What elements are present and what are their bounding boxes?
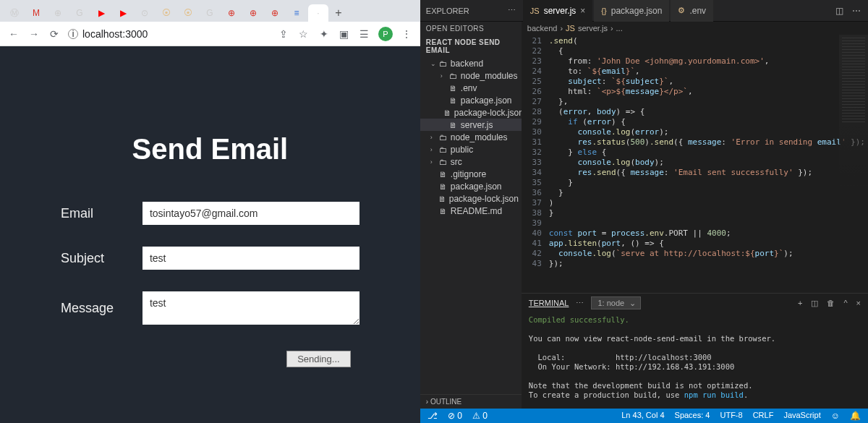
terminal-tab[interactable]: TERMINAL	[529, 299, 569, 307]
line-gutter: 21 22 23 24 25 26 27 28 29 30 31 32 33 3…	[522, 35, 546, 293]
address-bar: ← → ⟳ i localhost:3000 ⇪ ☆ ✦ ▣ ☰ P ⋮	[0, 22, 420, 46]
file-item[interactable]: 🗎server.js	[420, 119, 522, 131]
url-text: localhost:3000	[82, 28, 148, 40]
trash-icon[interactable]: 🗑	[827, 299, 835, 308]
browser-tab[interactable]: Ⓜ	[4, 4, 25, 22]
editor-tab-server[interactable]: JS server.js ×	[523, 0, 593, 22]
split-editor-icon[interactable]: ◫	[835, 6, 843, 16]
language-mode[interactable]: JavaScript	[783, 411, 820, 421]
folder-item[interactable]: ›🗀public	[420, 143, 522, 155]
submit-button[interactable]: Sending...	[286, 351, 351, 367]
new-terminal-icon[interactable]: +	[798, 299, 802, 308]
editor-tab-env[interactable]: ⚙ .env	[671, 0, 713, 22]
email-label: Email	[61, 206, 129, 221]
split-terminal-icon[interactable]: ◫	[811, 299, 818, 308]
reading-list-icon[interactable]: ☰	[358, 28, 371, 40]
browser-tab[interactable]: M	[26, 4, 46, 22]
reload-icon[interactable]: ⟳	[48, 28, 61, 40]
browser-tab[interactable]: ⊕	[265, 4, 285, 22]
browser-tab[interactable]: ▶	[113, 4, 133, 22]
site-info-icon[interactable]: i	[68, 29, 78, 39]
code-editor[interactable]: .send( { from: 'John Doe <john@mg.yourdo…	[546, 35, 868, 293]
more-icon[interactable]: ⋯	[508, 6, 516, 15]
editor-tab-package[interactable]: {} package.json	[594, 0, 669, 22]
menu-icon[interactable]: ⋮	[400, 28, 413, 40]
email-input[interactable]	[142, 202, 359, 225]
close-icon[interactable]: ×	[580, 6, 585, 16]
terminal-panel: TERMINAL ⋯ 1: node + ◫ 🗑 ^ × Compiled su…	[522, 293, 868, 409]
profile-avatar[interactable]: P	[378, 27, 393, 41]
file-item[interactable]: 🗎package.json	[420, 180, 522, 192]
browser-tab[interactable]: ⊕	[243, 4, 263, 22]
page-title: Send Email	[132, 133, 289, 166]
share-icon[interactable]: ⇪	[277, 28, 290, 40]
email-row: Email	[61, 202, 359, 225]
tab-label: package.json	[611, 6, 663, 16]
open-editors-section[interactable]: OPEN EDITORS	[420, 22, 522, 35]
minimap[interactable]	[839, 35, 868, 293]
file-item[interactable]: 🗎.env	[420, 82, 522, 94]
indentation[interactable]: Spaces: 4	[675, 411, 710, 421]
tab-label: .env	[689, 6, 706, 16]
file-item[interactable]: 🗎.gitignore	[420, 168, 522, 180]
subject-label: Subject	[61, 251, 129, 266]
browser-tab[interactable]: ⦿	[156, 4, 176, 22]
browser-tab[interactable]: ≡	[286, 4, 307, 22]
file-item[interactable]: 🗎package.json	[420, 94, 522, 106]
folder-item[interactable]: ›🗀node_modules	[420, 131, 522, 143]
forward-icon[interactable]: →	[27, 28, 41, 40]
browser-tab[interactable]: ⦿	[178, 4, 198, 22]
remote-icon[interactable]: ⎇	[427, 411, 438, 421]
encoding[interactable]: UTF-8	[720, 411, 742, 421]
vscode-window: EXPLORER ⋯ JS server.js × {} package.jso…	[420, 0, 868, 423]
browser-tab-strip: Ⓜ M ⊕ G ▶ ▶ ⊙ ⦿ ⦿ G ⊕ ⊕ ⊕ ≡ · +	[0, 0, 420, 22]
folder-item[interactable]: ⌄🗀backend	[420, 57, 522, 69]
explorer-sidebar: OPEN EDITORS REACT NODE SEND EMAIL ⌄🗀bac…	[420, 22, 522, 409]
project-section[interactable]: REACT NODE SEND EMAIL	[420, 35, 522, 57]
feedback-icon[interactable]: ☺	[831, 411, 840, 421]
subject-input[interactable]	[142, 247, 359, 270]
chrome-window: Ⓜ M ⊕ G ▶ ▶ ⊙ ⦿ ⦿ G ⊕ ⊕ ⊕ ≡ · + ← → ⟳ i …	[0, 0, 420, 423]
file-item[interactable]: 🗎package-lock.json	[420, 106, 522, 119]
breadcrumb[interactable]: backend › JS server.js › ...	[522, 22, 868, 35]
folder-item[interactable]: ›🗀node_modules	[420, 69, 522, 82]
notifications-icon[interactable]: 🔔	[850, 411, 861, 421]
file-item[interactable]: 🗎README.md	[420, 205, 522, 217]
file-tree: ⌄🗀backend›🗀node_modules🗎.env🗎package.jso…	[420, 57, 522, 394]
back-icon[interactable]: ←	[7, 28, 20, 40]
extensions-icon[interactable]: ✦	[318, 28, 331, 40]
tab-label: server.js	[544, 6, 576, 16]
new-tab-button[interactable]: +	[330, 4, 347, 22]
editor-column: backend › JS server.js › ... 21 22 23 24…	[522, 22, 868, 409]
message-input[interactable]	[142, 291, 359, 325]
browser-tab[interactable]: G	[69, 4, 90, 22]
browser-tab[interactable]: G	[200, 4, 220, 22]
more-icon[interactable]: ⋯	[576, 299, 584, 308]
file-item[interactable]: 🗎package-lock.json	[420, 192, 522, 205]
browser-tab[interactable]: ⊕	[221, 4, 242, 22]
browser-tab[interactable]: ⊕	[48, 4, 68, 22]
explorer-label: EXPLORER	[426, 7, 469, 15]
browser-tab-active[interactable]: ·	[308, 4, 328, 22]
browser-tab[interactable]: ⊙	[135, 4, 155, 22]
outline-section[interactable]: › OUTLINE	[420, 394, 522, 409]
more-actions-icon[interactable]: ⋯	[852, 6, 861, 16]
star-icon[interactable]: ☆	[297, 28, 310, 40]
cursor-position[interactable]: Ln 43, Col 4	[621, 411, 664, 421]
eol[interactable]: CRLF	[753, 411, 774, 421]
message-row: Message	[61, 291, 359, 325]
browser-tab[interactable]: ▶	[91, 4, 111, 22]
errors-icon[interactable]: ⊘ 0	[448, 411, 462, 421]
explorer-header: EXPLORER ⋯	[420, 0, 522, 22]
maximize-icon[interactable]: ^	[843, 299, 847, 308]
close-panel-icon[interactable]: ×	[856, 299, 861, 308]
folder-item[interactable]: ›🗀src	[420, 155, 522, 168]
panel-icon[interactable]: ▣	[338, 28, 351, 40]
warnings-icon[interactable]: ⚠ 0	[472, 411, 488, 421]
message-label: Message	[61, 301, 129, 316]
terminal-selector[interactable]: 1: node	[591, 296, 641, 309]
terminal-output[interactable]: Compiled successfully. You can now view …	[522, 312, 868, 409]
subject-row: Subject	[61, 247, 359, 270]
url-display[interactable]: i localhost:3000	[68, 28, 148, 40]
js-file-icon: JS	[530, 7, 540, 15]
